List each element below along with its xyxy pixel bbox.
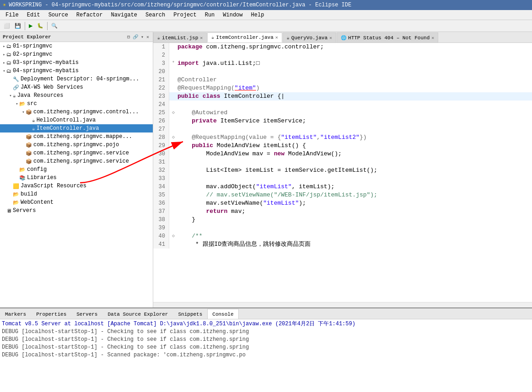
tree-item-p04-svc1[interactable]: 📦com.itzheng.springmvc.service — [0, 149, 153, 157]
menu-item-file[interactable]: File — [2, 11, 22, 19]
explorer-close-btn[interactable]: ✕ — [145, 34, 150, 40]
title-text: WORKSPRING - 04-springmvc-mybatis/src/co… — [9, 2, 351, 8]
menu-item-run[interactable]: Run — [201, 11, 219, 19]
code-content: mav.setViewName("itemList"); — [177, 199, 306, 207]
toolbar-save[interactable]: 💾 — [13, 22, 23, 30]
code-line-29: 29 public ModelAndView itemList() { — [153, 142, 532, 150]
line-number: 36 — [153, 199, 169, 207]
bottom-tab-servers[interactable]: Servers — [71, 309, 102, 319]
line-number: 39 — [153, 224, 169, 232]
tree-label: Libraries — [27, 175, 57, 181]
bottom-panel: MarkersPropertiesServersData Source Expl… — [0, 307, 532, 392]
code-line-37: 37 return mav; — [153, 207, 532, 216]
tree-item-p04-ctrl[interactable]: ▾📦com.itzheng.springmvc.control... — [0, 108, 153, 116]
menu-item-search[interactable]: Search — [142, 11, 169, 19]
explorer-menu-btn[interactable]: ▾ — [140, 34, 145, 40]
tree-item-p04-item[interactable]: ☕ItemController.java — [0, 124, 153, 132]
menu-item-help[interactable]: Help — [247, 11, 268, 19]
tree-item-p04-mappe[interactable]: 📦com.itzheng.springmvc.mappe... — [0, 132, 153, 141]
bottom-tab-console[interactable]: Console — [207, 309, 238, 319]
tree-label: config — [27, 166, 47, 173]
tree-item-p04-js[interactable]: 🟨JavaScript Resources — [0, 182, 153, 190]
editor-tab-t2[interactable]: ☕ItemController.java✕ — [207, 32, 282, 42]
toolbar-search[interactable]: 🔍 — [49, 22, 59, 30]
bottom-tab-markers[interactable]: Markers — [0, 309, 31, 319]
menu-item-project[interactable]: Project — [170, 11, 200, 19]
tree-item-p04-hello[interactable]: ☕HelloControll.java — [0, 116, 153, 124]
code-line-22: 22@RequestMapping("item") — [153, 84, 532, 92]
tab-label: ItemController.java — [216, 35, 273, 40]
tree-label: com.itzheng.springmvc.service — [33, 150, 129, 156]
console-output: Tomcat v8.5 Server at localhost [Apache … — [0, 319, 532, 392]
line-number: 1 — [153, 43, 169, 51]
line-annotation: * — [172, 59, 177, 68]
line-number: 37 — [153, 207, 169, 216]
tab-close-btn[interactable]: ✕ — [329, 35, 332, 41]
tree-item-p04-svc2[interactable]: 📦com.itzheng.springmvc.service — [0, 157, 153, 165]
toolbar-run[interactable]: ▶ — [27, 22, 34, 30]
menu-item-window[interactable]: Window — [219, 11, 246, 19]
tree-icon-java: ☕ — [13, 93, 16, 99]
code-content: @RequestMapping("item") — [177, 84, 259, 92]
tree-icon-jax: 🔗 — [13, 85, 19, 90]
toolbar-new[interactable]: ⬜ — [2, 22, 12, 30]
code-line-26: 26 private ItemService itemService; — [153, 117, 532, 125]
editor-tab-t1[interactable]: ☕itemList.jsp✕ — [153, 32, 207, 42]
editor-tab-t4[interactable]: 🌐HTTP Status 404 – Not Found✕ — [337, 32, 438, 42]
console-line: DEBUG [localhost-startStop-1] - Checking… — [2, 336, 530, 344]
tree-label: Deployment Descriptor: 04-springm... — [21, 76, 139, 82]
tree-item-p04-src[interactable]: ▾📂src — [0, 100, 153, 108]
code-line-36: 36 mav.setViewName("itemList"); — [153, 199, 532, 207]
code-content: @Autowired — [177, 109, 227, 117]
menu-item-refactor[interactable]: Refactor — [73, 11, 107, 19]
tree-item-p04-lib[interactable]: 📚Libraries — [0, 174, 153, 182]
tree-item-p04[interactable]: ▾🗂04-springmvc-mybatis — [0, 67, 153, 75]
bottom-tab-snippets[interactable]: Snippets — [173, 309, 207, 319]
code-line-39: 39 — [153, 224, 532, 232]
tree-icon-package: 📦 — [26, 134, 32, 140]
tree-item-p04-java[interactable]: ▾☕Java Resources — [0, 91, 153, 100]
tree-item-p04-servers[interactable]: 🖥Servers — [0, 207, 153, 215]
menu-item-navigate[interactable]: Navigate — [107, 11, 141, 19]
tree-icon-folder: 📂 — [19, 167, 26, 173]
tree-arrow: ▾ — [2, 69, 6, 74]
tree-item-p04-jax[interactable]: 🔗JAX-WS Web Services — [0, 83, 153, 91]
code-editor[interactable]: 1package com.itzheng.springmvc.controlle… — [153, 43, 532, 302]
tree-item-p02[interactable]: ▸🗂02-springmvc — [0, 50, 153, 58]
tree-icon-package: 📦 — [26, 159, 32, 164]
editor-hscroll[interactable] — [153, 302, 532, 307]
tree-item-p01[interactable]: ▸🗂01-springmvc — [0, 42, 153, 50]
tree-arrow: ▾ — [21, 110, 26, 115]
tree-item-p04-cfg[interactable]: 📂config — [0, 165, 153, 174]
tree-label: com.itzheng.springmvc.control... — [33, 109, 139, 115]
code-line-38: 38 } — [153, 216, 532, 224]
explorer-collapse-btn[interactable]: ⊟ — [126, 34, 131, 40]
menu-item-edit[interactable]: Edit — [23, 11, 44, 19]
tab-close-btn[interactable]: ✕ — [431, 35, 434, 41]
toolbar-debug[interactable]: 🐛 — [35, 22, 45, 30]
tree-item-p03[interactable]: ▸🗂03-springmvc-mybatis — [0, 58, 153, 67]
tree-label: 02-springmvc — [13, 51, 52, 58]
line-number: 38 — [153, 216, 169, 224]
tree-arrow: ▾ — [8, 93, 13, 98]
tree-label: com.itzheng.springmvc.service — [33, 158, 129, 164]
tree-item-p04-web[interactable]: 📂WebContent — [0, 198, 153, 207]
bottom-tab-properties[interactable]: Properties — [31, 309, 71, 319]
menu-item-source[interactable]: Source — [45, 11, 72, 19]
bottom-tab-data-source-explorer[interactable]: Data Source Explorer — [102, 309, 173, 319]
explorer-link-btn[interactable]: 🔗 — [132, 34, 139, 40]
explorer-title: Project Explorer — [3, 34, 51, 40]
explorer-actions: ⊟ 🔗 ▾ ✕ — [126, 34, 150, 40]
tab-close-btn[interactable]: ✕ — [200, 35, 203, 41]
main-layout: Project Explorer ⊟ 🔗 ▾ ✕ ▸🗂01-springmvc▸… — [0, 32, 532, 392]
line-number: 29 — [153, 142, 169, 150]
code-content: @Controller — [177, 76, 217, 84]
editor-tab-t3[interactable]: ☕QueryVo.java✕ — [283, 32, 336, 42]
tree-icon-server: 🖥 — [6, 208, 11, 214]
tree-item-p04-pojo[interactable]: 📦com.itzheng.springmvc.pojo — [0, 141, 153, 149]
tab-close-btn[interactable]: ✕ — [275, 35, 278, 40]
tree-item-p04-dd[interactable]: 🔧Deployment Descriptor: 04-springm... — [0, 75, 153, 83]
tree-label: JavaScript Resources — [21, 183, 86, 189]
tree-item-p04-build[interactable]: 📂build — [0, 190, 153, 198]
code-line-28: 28◇ @RequestMapping(value = {"itemList",… — [153, 133, 532, 142]
